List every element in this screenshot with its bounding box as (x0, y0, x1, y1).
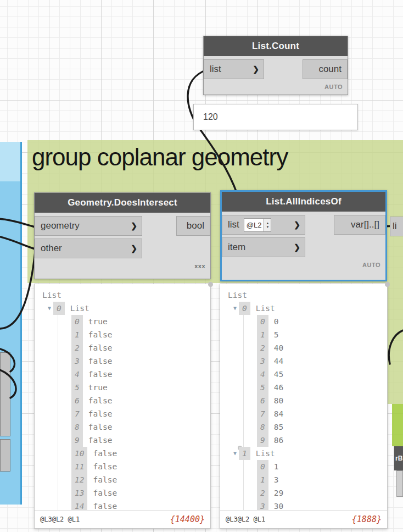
port-in-item[interactable]: item ❯ (222, 237, 305, 257)
item-value: true (88, 317, 108, 326)
preview-panel-does-intersect[interactable]: List ▼ 0 List 0true 1false 2false 3false… (34, 284, 211, 529)
list-item: 344 (257, 354, 387, 368)
port-label: count (318, 64, 342, 75)
list-group-header[interactable]: ▼ 1 List (233, 447, 387, 460)
item-index: 1 (257, 328, 268, 341)
item-value: false (88, 330, 113, 339)
preview-panel-all-indices[interactable]: List ▼ 0 List 00 15 240 344 445 546 680 … (220, 284, 388, 529)
lacing-indicator[interactable]: AUTO (222, 257, 385, 273)
port-label: list (210, 64, 221, 75)
list-item: 3false (71, 354, 210, 368)
item-value: 46 (274, 383, 283, 392)
preview-tree[interactable]: List ▼ 0 List 00 15 240 344 445 546 680 … (220, 284, 387, 511)
port-in-list[interactable]: list ❯ (204, 59, 264, 79)
lacing-indicator[interactable]: xxx (35, 258, 210, 274)
list-item: 7false (71, 407, 210, 420)
level-spinner[interactable]: ▲ ▼ (264, 218, 271, 232)
expander-icon[interactable]: ▼ (233, 447, 237, 460)
list-item: 784 (257, 407, 387, 420)
item-index: 0 (257, 460, 268, 473)
item-value: 1 (274, 462, 279, 471)
list-item: 01 (257, 460, 387, 473)
item-index: 0 (71, 315, 83, 328)
item-value: 29 (274, 489, 283, 497)
item-index: 7 (71, 407, 83, 420)
item-index: 11 (71, 460, 87, 473)
item-index: 12 (71, 473, 87, 486)
group-index: 0 (53, 302, 65, 315)
port-in-list[interactable]: list @L2 ▲ ▼ ❯ (222, 215, 305, 235)
item-index: 1 (71, 328, 83, 341)
list-item: 8false (71, 420, 210, 434)
list-item: 885 (257, 420, 387, 434)
root-label: List (42, 289, 210, 302)
node-does-intersect[interactable]: Geometry.DoesIntersect geometry ❯ other … (34, 192, 211, 279)
item-index: 7 (257, 407, 268, 420)
item-value: 85 (274, 423, 283, 431)
group-index: 0 (239, 302, 250, 315)
port-label: list (228, 219, 239, 230)
item-index: 1 (257, 473, 268, 486)
list-group-header[interactable]: ▼ 0 List (48, 302, 210, 315)
item-index: 3 (71, 354, 83, 368)
group-right-strip (388, 283, 403, 404)
group-label: List (256, 447, 275, 460)
partial-left-block-bottom[interactable] (0, 439, 10, 472)
partial-right-node-port[interactable]: li (390, 217, 403, 236)
item-value: false (88, 370, 113, 379)
node-all-indices-of[interactable]: List.AllIndicesOf list @L2 ▲ ▼ ❯ item (220, 190, 387, 281)
item-index: 4 (257, 368, 268, 381)
item-value: 44 (274, 357, 283, 365)
expander-icon[interactable]: ▼ (48, 302, 51, 315)
list-item: 1false (71, 328, 210, 341)
port-out-count[interactable]: count (303, 59, 348, 79)
node-does-intersect-title[interactable]: Geometry.DoesIntersect (35, 193, 210, 213)
port-label: var[]..[] (351, 219, 379, 230)
list-item: 546 (257, 381, 387, 394)
group-label: List (256, 302, 275, 315)
item-index: 2 (257, 486, 268, 500)
node-all-indices-title[interactable]: List.AllIndicesOf (222, 192, 385, 212)
preview-tree[interactable]: List ▼ 0 List 0true 1false 2false 3false… (35, 284, 210, 511)
lacing-indicator[interactable]: AUTO (204, 79, 348, 95)
preview-footer: @L3@L2 @L1 {1888} (220, 510, 387, 528)
port-label: geometry (41, 220, 80, 231)
item-value: false (88, 436, 113, 445)
item-index: 13 (71, 486, 87, 500)
chevron-right-icon: ❯ (294, 220, 300, 229)
port-in-other[interactable]: other ❯ (35, 239, 142, 258)
item-value: 0 (274, 317, 279, 326)
preview-bubble-120[interactable]: 120 (193, 104, 358, 130)
preview-footer: @L3@L2 @L1 {14400} (35, 510, 210, 528)
list-item: 229 (257, 486, 387, 500)
item-index: 2 (71, 341, 83, 354)
item-index: 9 (71, 434, 83, 447)
spinner-down-icon[interactable]: ▼ (266, 225, 269, 229)
node-list-count[interactable]: List.Count list ❯ count AUTO (203, 36, 348, 95)
item-index: 6 (71, 394, 83, 407)
list-item: 445 (257, 368, 387, 381)
spinner-up-icon[interactable]: ▲ (266, 221, 269, 225)
list-item: 12false (71, 473, 210, 486)
group-bright-strip (392, 404, 403, 446)
port-out-bool[interactable]: bool (176, 216, 210, 236)
item-index: 5 (257, 381, 268, 394)
node-list-count-title[interactable]: List.Count (204, 36, 348, 56)
item-value: 3 (274, 475, 279, 484)
dynamo-canvas[interactable]: group coplanar geometry List.Count list … (0, 0, 403, 532)
item-value: false (88, 396, 113, 405)
partial-bottom-right-node-header[interactable]: rB (394, 446, 403, 470)
expander-icon[interactable]: ▼ (233, 302, 237, 315)
list-item: 2false (71, 341, 210, 354)
partial-left-block-top[interactable] (0, 352, 10, 436)
item-index: 6 (257, 394, 268, 407)
list-level-selector[interactable]: @L2 (244, 218, 265, 232)
group-title[interactable]: group coplanar geometry (27, 140, 403, 171)
item-value: false (88, 357, 113, 365)
item-value: 80 (274, 396, 283, 405)
list-group-header[interactable]: ▼ 0 List (233, 302, 387, 315)
port-out-var[interactable]: var[]..[] (334, 215, 385, 235)
list-item: 0true (71, 315, 210, 328)
port-in-geometry[interactable]: geometry ❯ (35, 216, 142, 236)
item-value: 86 (274, 436, 283, 445)
